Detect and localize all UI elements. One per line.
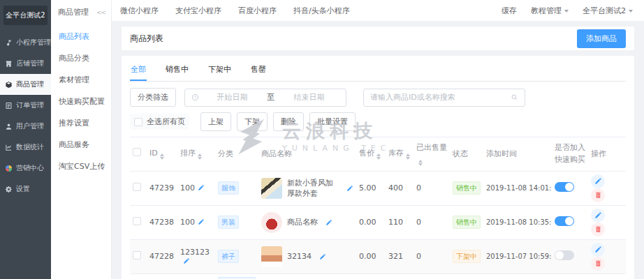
platform-tab-抖音/头条小程序[interactable]: 抖音/头条小程序	[293, 6, 350, 16]
table-row: 47228123123裤子321340.003210下架中2019-11-07 …	[130, 239, 626, 273]
edit-product-button[interactable]	[591, 209, 605, 223]
tab-销售中[interactable]: 销售中	[165, 62, 189, 81]
primary-nav: 小程序管理店铺管理商品管理订单管理用户管理数据统计营销中心设置	[0, 32, 51, 199]
topnav-item-全平台测试2[interactable]: 全平台测试2	[583, 6, 633, 16]
add-product-button[interactable]: 添加商品	[577, 29, 626, 48]
select-all-label: 全选所有页	[147, 116, 185, 127]
cell-status: 下架中	[450, 239, 483, 273]
delete-product-button[interactable]	[591, 188, 605, 202]
row-checkbox[interactable]	[133, 217, 141, 225]
chevron-down-icon	[629, 10, 633, 13]
sidebar-item-订单管理[interactable]: 订单管理	[0, 95, 51, 116]
row-checkbox[interactable]	[133, 251, 141, 259]
bulk-button-批量设置[interactable]: 批量设置	[309, 112, 356, 131]
sort-carets-icon[interactable]	[198, 153, 202, 160]
status-badge: 销售中	[453, 181, 481, 195]
header-checkbox-cell	[130, 137, 147, 172]
header-checkbox[interactable]	[133, 148, 141, 156]
sort-carets-icon[interactable]	[376, 153, 381, 160]
column-header-售价: 售价	[356, 137, 386, 172]
table-header-row: ID排序分类商品名称售价库存已出售量状态添加时间是否加入快速购买操作	[130, 137, 626, 172]
topnav-item-教程管理[interactable]: 教程管理	[531, 6, 569, 16]
submenu-item-淘宝CSV上传[interactable]: 淘宝CSV上传	[51, 156, 111, 177]
topnav-item-缓存[interactable]: 缓存	[502, 6, 517, 16]
collapse-sidebar-button[interactable]: <<	[96, 9, 105, 16]
edit-product-button[interactable]	[591, 174, 605, 188]
date-range-picker[interactable]: 开始日期 至 结束日期	[184, 89, 346, 107]
submenu-item-推荐设置[interactable]: 推荐设置	[51, 112, 111, 134]
start-date-placeholder: 开始日期	[202, 92, 263, 103]
cell-operations	[588, 205, 626, 239]
product-image	[261, 178, 282, 199]
sidebar-item-营销中心[interactable]: 营销中心	[0, 158, 51, 179]
platform-tab-百度小程序[interactable]: 百度小程序	[238, 6, 277, 16]
bulk-button-上架[interactable]: 上架	[200, 112, 231, 131]
cell-category: 女装我我我我我 ...	[215, 273, 258, 279]
sort-carets-icon[interactable]	[418, 160, 423, 166]
edit-sort-pencil-icon[interactable]	[198, 184, 205, 191]
column-header-分类: 分类	[215, 137, 258, 172]
cell-status: 销售中	[450, 205, 483, 239]
edit-product-button[interactable]	[591, 243, 605, 257]
edit-name-pencil-icon[interactable]	[325, 219, 332, 226]
cell-added-time: 2019-11-08 14:01:06	[483, 171, 552, 205]
product-list-card: 全部销售中下架中售罄 分类筛选 开始日期 至 结束日期 请输入商品ID或名称搜索	[122, 56, 634, 279]
submenu-item-商品服务[interactable]: 商品服务	[51, 134, 111, 156]
sidebar-item-店铺管理[interactable]: 店铺管理	[0, 53, 51, 74]
cell-quick-buy	[552, 205, 588, 239]
cell-id: 47239	[147, 171, 177, 205]
bulk-button-删除[interactable]: 删除	[273, 112, 304, 131]
column-header-label: 已出售量	[416, 143, 447, 152]
column-header-label: 状态	[453, 149, 468, 158]
cell-operations	[588, 273, 626, 279]
sidebar-item-label: 用户管理	[16, 121, 44, 131]
sidebar-item-设置[interactable]: 设置	[0, 179, 51, 199]
category-tag: 男装	[218, 216, 239, 229]
quick-buy-toggle[interactable]	[555, 216, 574, 226]
sidebar-item-数据统计[interactable]: 数据统计	[0, 137, 51, 158]
tab-全部[interactable]: 全部	[130, 62, 147, 81]
cell-product-name: 商品名称	[258, 205, 356, 239]
product-search-input[interactable]: 请输入商品ID或名称搜索	[363, 89, 525, 107]
sidebar-item-小程序管理[interactable]: 小程序管理	[0, 32, 51, 53]
cell-added-time: 2019-11-08 10:35:06	[483, 205, 552, 239]
secondary-nav: 商品列表商品分类素材管理快速购买配置推荐设置商品服务淘宝CSV上传	[51, 26, 111, 177]
sidebar-item-商品管理[interactable]: 商品管理	[0, 74, 51, 95]
edit-sort-pencil-icon[interactable]	[198, 218, 205, 225]
category-filter-button[interactable]: 分类筛选	[130, 88, 176, 107]
edit-name-pencil-icon[interactable]	[319, 253, 326, 260]
edit-sort-pencil-icon[interactable]	[183, 257, 190, 264]
sidebar-item-用户管理[interactable]: 用户管理	[0, 116, 51, 137]
sort-carets-icon[interactable]	[406, 153, 410, 160]
quick-buy-toggle[interactable]	[555, 182, 574, 192]
submenu-item-素材管理[interactable]: 素材管理	[51, 69, 111, 91]
select-all-checkbox[interactable]	[134, 118, 142, 126]
select-all-pages[interactable]: 全选所有页	[130, 114, 189, 130]
cell-product-name: 新款小香风加厚款外套	[258, 171, 356, 205]
submenu-item-商品列表[interactable]: 商品列表	[51, 26, 111, 47]
tab-售罄[interactable]: 售罄	[250, 62, 267, 81]
quick-buy-toggle[interactable]	[555, 250, 574, 260]
cell-stock: 110	[386, 205, 414, 239]
platform-tab-微信小程序[interactable]: 微信小程序	[120, 6, 159, 16]
sort-carets-icon[interactable]	[160, 153, 164, 160]
product-image	[261, 246, 282, 267]
cell-sold: 1000	[414, 273, 450, 279]
column-header-库存: 库存	[386, 137, 414, 172]
bulk-action-row: 全选所有页 上架下架删除批量设置	[130, 112, 626, 131]
row-checkbox[interactable]	[133, 183, 141, 191]
submenu-item-商品分类[interactable]: 商品分类	[51, 47, 111, 69]
submenu-item-快速购买配置[interactable]: 快速购买配置	[51, 91, 111, 112]
cell-id: 47228	[147, 239, 177, 273]
tab-下架中[interactable]: 下架中	[207, 62, 232, 81]
delete-product-button[interactable]	[591, 223, 605, 236]
workspace-title[interactable]: 全平台测试2	[3, 6, 47, 25]
search-icon[interactable]	[511, 93, 518, 101]
filter-row: 分类筛选 开始日期 至 结束日期 请输入商品ID或名称搜索	[130, 88, 626, 107]
edit-name-pencil-icon[interactable]	[346, 185, 353, 192]
platform-tab-支付宝小程序[interactable]: 支付宝小程序	[175, 6, 221, 16]
delete-product-button[interactable]	[591, 257, 605, 271]
cell-product-name: 32134	[258, 239, 356, 273]
bulk-button-下架[interactable]: 下架	[237, 112, 268, 131]
clock-icon	[191, 93, 199, 101]
